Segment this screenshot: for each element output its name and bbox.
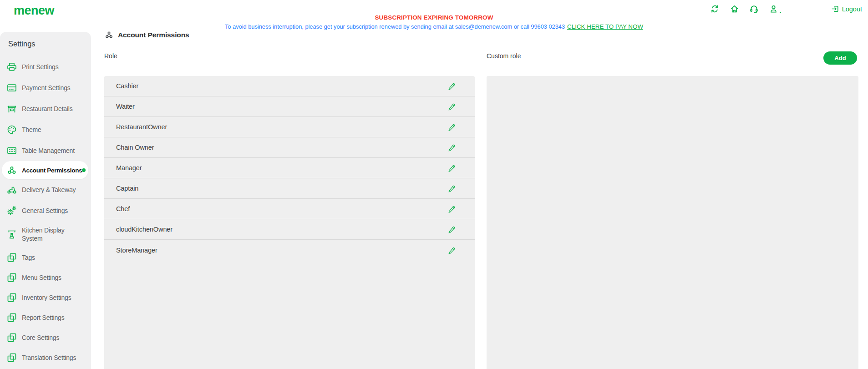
palette-icon — [6, 124, 17, 135]
gears-icon — [6, 205, 17, 216]
scooter-icon — [6, 184, 17, 195]
pencil-icon[interactable] — [447, 164, 456, 172]
title-divider — [104, 43, 475, 43]
page-title-text: Account Permissions — [118, 31, 189, 39]
sidebar-item-tags[interactable]: Tags — [0, 248, 91, 268]
subscription-warning-title: SUBSCRIPTION EXPIRING TOMORROW — [0, 14, 868, 22]
logout-label: Logout — [842, 5, 862, 13]
sidebar-title: Settings — [0, 32, 91, 49]
pencil-icon[interactable] — [447, 82, 456, 90]
sidebar-item-inventory-settings[interactable]: Inventory Settings — [0, 288, 91, 308]
sync-icon[interactable] — [710, 4, 720, 14]
subscription-banner: SUBSCRIPTION EXPIRING TOMORROW To avoid … — [0, 14, 868, 31]
sidebar-item-restaurant-details[interactable]: Restaurant Details — [0, 98, 91, 119]
custom-role-section-label: Custom role — [487, 52, 521, 60]
modules-icon — [6, 252, 17, 263]
subscription-warning-text: To avoid business interruption, please g… — [225, 23, 565, 30]
kitchen-display-icon — [6, 229, 17, 240]
pencil-icon[interactable] — [447, 143, 456, 152]
credit-card-icon — [6, 82, 17, 93]
pencil-icon[interactable] — [447, 102, 456, 111]
logout-icon — [831, 5, 839, 13]
sidebar-item-theme[interactable]: Theme — [0, 119, 91, 140]
sidebar-item-report-settings[interactable]: Report Settings — [0, 308, 91, 328]
active-indicator-dot — [82, 168, 86, 172]
sidebar-item-delivery-takeway[interactable]: Delivery & Takeway — [0, 179, 91, 200]
role-row: Manager — [104, 158, 475, 178]
pencil-icon[interactable] — [447, 184, 456, 192]
sidebar-item-account-permissions[interactable]: Account Permissions — [2, 161, 88, 179]
group-icon — [6, 165, 17, 176]
modules-icon — [6, 272, 17, 283]
page-title: Account Permissions — [104, 30, 189, 40]
role-list-panel: Cashier Waiter RestaurantOwner Chain Own… — [104, 76, 475, 369]
sidebar-item-core-settings[interactable]: Core Settings — [0, 328, 91, 348]
role-row: Chef — [104, 199, 475, 219]
modules-icon — [6, 332, 17, 343]
sidebar-nav: Print Settings Payment Settings Restaura… — [0, 56, 91, 368]
account-status-dot — [780, 12, 781, 13]
sidebar-item-general-settings[interactable]: General Settings — [0, 200, 91, 221]
home-icon[interactable] — [730, 4, 739, 14]
pay-now-link[interactable]: CLICK HERE TO PAY NOW — [567, 23, 643, 30]
role-row: Cashier — [104, 76, 475, 96]
support-headset-icon[interactable] — [749, 4, 759, 14]
role-row: Chain Owner — [104, 137, 475, 158]
printer-icon — [6, 61, 17, 72]
pencil-icon[interactable] — [447, 205, 456, 213]
storefront-icon — [6, 103, 17, 114]
role-section-label: Role — [104, 52, 117, 60]
sidebar-item-menu-settings[interactable]: Menu Settings — [0, 268, 91, 288]
role-row: cloudKitchenOwner — [104, 219, 475, 240]
modules-icon — [6, 292, 17, 303]
role-row: RestaurantOwner — [104, 117, 475, 137]
sidebar-item-payment-settings[interactable]: Payment Settings — [0, 77, 91, 98]
pencil-icon[interactable] — [447, 225, 456, 233]
pencil-icon[interactable] — [447, 123, 456, 131]
modules-icon — [6, 352, 17, 363]
sidebar-item-table-management[interactable]: Table Management — [0, 140, 91, 161]
role-row: StoreManager — [104, 240, 475, 260]
role-row: Captain — [104, 178, 475, 199]
custom-role-panel — [487, 76, 858, 369]
topbar-icon-group — [710, 4, 778, 14]
group-icon — [104, 30, 114, 40]
settings-sidebar: Settings Print Settings Payment Settings… — [0, 32, 91, 369]
modules-icon — [6, 312, 17, 323]
pencil-icon[interactable] — [447, 246, 456, 254]
sidebar-item-print-settings[interactable]: Print Settings — [0, 56, 91, 77]
account-icon[interactable] — [769, 4, 778, 14]
add-custom-role-button[interactable]: Add — [823, 51, 857, 65]
sidebar-item-translation-settings[interactable]: Translation Settings — [0, 348, 91, 368]
sidebar-item-kitchen-display-system[interactable]: Kitchen Display System — [0, 221, 91, 248]
logout-button[interactable]: Logout — [831, 5, 862, 13]
table-grid-icon — [6, 145, 17, 156]
app-window: menew Logout SUBSCRIPTION EXPIRING TOMOR… — [0, 0, 868, 369]
role-row: Waiter — [104, 96, 475, 117]
